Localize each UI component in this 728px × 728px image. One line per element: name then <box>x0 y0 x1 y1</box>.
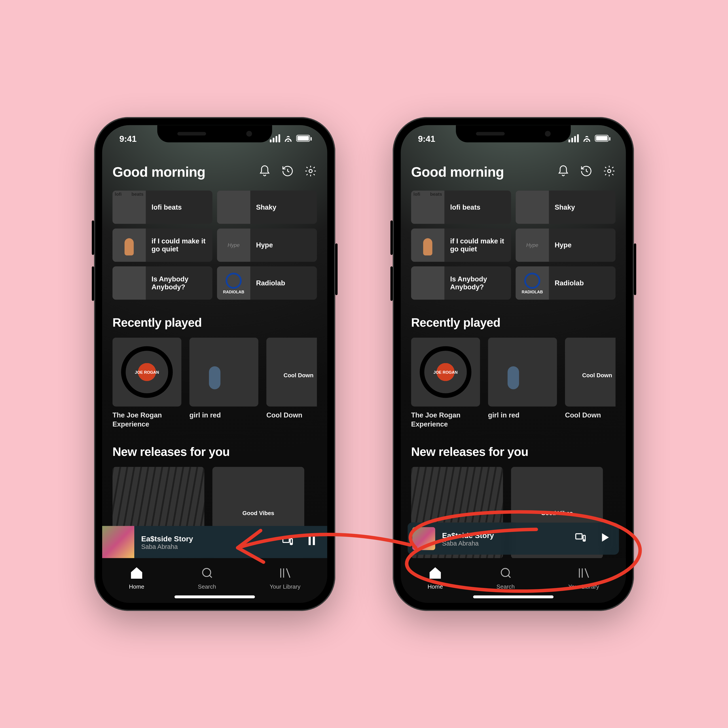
page-title: Good morning <box>411 164 504 180</box>
devices-icon[interactable] <box>574 531 587 546</box>
now-playing-bar-floating[interactable]: Ea$tside Story Saba Abraha <box>408 523 619 555</box>
album-art <box>515 266 549 300</box>
album-art: Cool Down <box>565 338 616 407</box>
svg-rect-5 <box>313 537 315 545</box>
album-art <box>515 228 549 262</box>
now-playing-artist: Saba Abraha <box>442 539 567 546</box>
album-art <box>112 191 146 224</box>
tab-home[interactable]: Home <box>129 566 144 589</box>
phone-right: 9:41 Good morning lofi be <box>393 117 634 611</box>
bell-icon[interactable] <box>258 165 271 180</box>
cellular-icon <box>270 134 280 142</box>
settings-icon[interactable] <box>603 165 616 180</box>
battery-icon <box>595 135 609 142</box>
svg-point-11 <box>501 568 509 576</box>
history-icon[interactable] <box>281 165 294 180</box>
tab-library[interactable]: Your Library <box>270 566 300 589</box>
status-time: 9:41 <box>119 133 136 143</box>
now-playing-artist: Saba Abraha <box>141 543 274 550</box>
shortcut-if-i-could[interactable]: if I could make it go quiet <box>411 228 511 262</box>
now-playing-art <box>412 527 435 550</box>
pause-button[interactable] <box>306 535 318 549</box>
home-icon <box>428 566 442 581</box>
home-icon <box>130 566 143 581</box>
album-art <box>217 266 250 300</box>
recent-item-cool-down[interactable]: Cool Down Cool Down <box>266 338 317 429</box>
home-indicator[interactable] <box>174 595 255 598</box>
album-art <box>112 228 146 262</box>
recent-item-girl-in-red[interactable]: girl in red <box>190 338 258 429</box>
album-art: Cool Down <box>266 338 317 407</box>
album-art <box>488 338 557 407</box>
album-art <box>217 228 250 262</box>
recent-item-cool-down[interactable]: Cool Down Cool Down <box>565 338 616 429</box>
shortcut-lofi-beats[interactable]: lofi beats <box>112 191 212 224</box>
section-title-recent: Recently played <box>411 316 616 330</box>
shortcut-radiolab[interactable]: Radiolab <box>515 266 615 300</box>
battery-icon <box>296 135 310 142</box>
svg-point-7 <box>608 170 611 173</box>
svg-point-3 <box>291 543 292 544</box>
tab-home[interactable]: Home <box>428 566 443 589</box>
library-icon <box>278 566 292 581</box>
shortcut-lofi-beats[interactable]: lofi beats <box>411 191 511 224</box>
shortcut-hype[interactable]: Hype <box>217 228 317 262</box>
page-title: Good morning <box>112 164 205 180</box>
library-icon <box>577 566 590 581</box>
devices-icon[interactable] <box>281 535 294 549</box>
home-indicator[interactable] <box>473 595 554 598</box>
shortcut-if-i-could[interactable]: if I could make it go quiet <box>112 228 212 262</box>
svg-rect-8 <box>576 534 582 539</box>
album-art: JOE ROGAN <box>411 338 480 407</box>
search-icon <box>200 566 214 581</box>
phone-left: 9:41 Good morning lofi be <box>94 117 335 611</box>
shortcut-grid: lofi beats Shaky if I could make it go q… <box>411 191 616 300</box>
svg-rect-1 <box>283 537 289 543</box>
album-art <box>190 338 258 407</box>
album-art <box>112 266 146 300</box>
shortcut-is-anybody[interactable]: Is Anybody Anybody? <box>411 266 511 300</box>
section-title-new: New releases for you <box>112 445 317 459</box>
wifi-icon <box>582 135 592 142</box>
device-notch <box>157 125 272 142</box>
shortcut-shaky[interactable]: Shaky <box>515 191 615 224</box>
history-icon[interactable] <box>580 165 593 180</box>
wifi-icon <box>284 135 293 142</box>
tab-library[interactable]: Your Library <box>568 566 599 589</box>
settings-icon[interactable] <box>304 165 317 180</box>
recent-item-jre[interactable]: JOE ROGAN The Joe Rogan Experience <box>411 338 480 429</box>
album-art <box>411 228 444 262</box>
now-playing-bar[interactable]: Ea$tside Story Saba Abraha <box>102 526 327 558</box>
recent-item-jre[interactable]: JOE ROGAN The Joe Rogan Experience <box>112 338 181 429</box>
now-playing-track: Ea$tside Story <box>442 531 567 539</box>
device-notch <box>456 125 571 142</box>
status-time: 9:41 <box>418 133 435 143</box>
now-playing-art <box>102 526 134 558</box>
shortcut-radiolab[interactable]: Radiolab <box>217 266 317 300</box>
shortcut-shaky[interactable]: Shaky <box>217 191 317 224</box>
cellular-icon <box>569 134 579 142</box>
section-title-recent: Recently played <box>112 316 317 330</box>
now-playing-track: Ea$tside Story <box>141 534 274 543</box>
album-art <box>515 191 549 224</box>
album-art <box>217 191 250 224</box>
tab-search[interactable]: Search <box>198 566 216 589</box>
album-art <box>411 191 444 224</box>
svg-rect-4 <box>309 537 311 545</box>
search-icon <box>499 566 512 581</box>
shortcut-hype[interactable]: Hype <box>515 228 615 262</box>
svg-point-6 <box>202 568 210 576</box>
bell-icon[interactable] <box>557 165 570 180</box>
recent-item-girl-in-red[interactable]: girl in red <box>488 338 557 429</box>
album-art: JOE ROGAN <box>112 338 181 407</box>
tab-search[interactable]: Search <box>497 566 515 589</box>
play-button[interactable] <box>598 531 611 546</box>
shortcut-is-anybody[interactable]: Is Anybody Anybody? <box>112 266 212 300</box>
svg-point-0 <box>309 170 312 173</box>
svg-point-10 <box>584 540 584 540</box>
shortcut-grid: lofi beats Shaky if I could make it go q… <box>112 191 317 300</box>
section-title-new: New releases for you <box>411 445 616 459</box>
album-art <box>411 266 444 300</box>
